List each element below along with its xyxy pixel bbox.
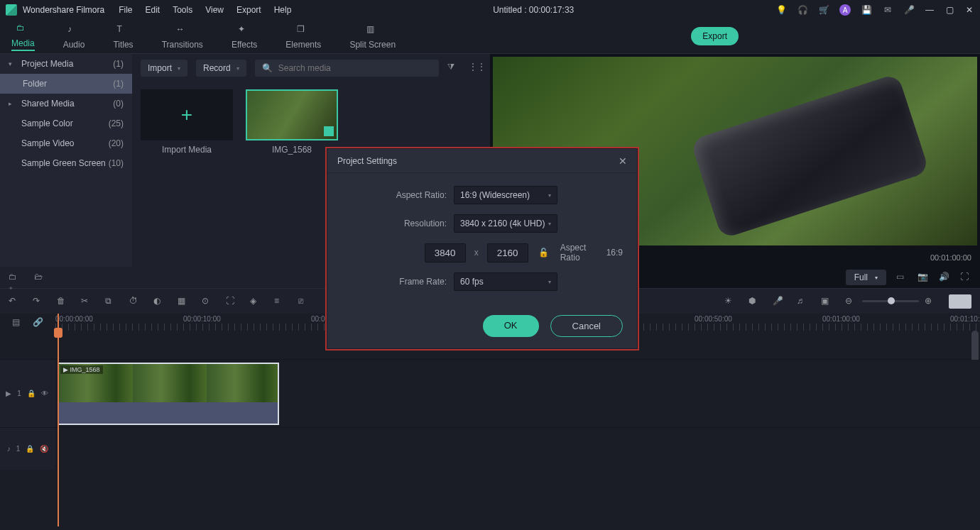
chevron-down-icon: ▾ bbox=[9, 60, 17, 67]
fullscreen-icon[interactable]: ⛶ bbox=[960, 272, 971, 283]
mute-icon[interactable]: 🔇 bbox=[40, 445, 48, 453]
save-icon[interactable]: 💾 bbox=[861, 4, 872, 16]
preview-time-total: 00:01:00:00 bbox=[930, 253, 971, 262]
window-maximize-button[interactable]: ▢ bbox=[944, 5, 954, 15]
zoom-in-icon[interactable]: ⊕ bbox=[925, 296, 936, 307]
filter-icon[interactable]: ⧩ bbox=[447, 62, 460, 74]
sidebar-item-label: Shared Media bbox=[21, 99, 113, 109]
delete-icon[interactable]: 🗑 bbox=[57, 296, 68, 307]
grid-view-icon[interactable]: ⋮⋮ bbox=[469, 62, 481, 74]
menu-view[interactable]: View bbox=[205, 5, 224, 15]
green-screen-icon[interactable]: ▦ bbox=[178, 296, 189, 307]
window-close-button[interactable]: ✕ bbox=[964, 5, 974, 15]
record-dropdown[interactable]: Record ▾ bbox=[196, 60, 246, 77]
keyframe-icon[interactable]: ◈ bbox=[250, 296, 261, 307]
document-title: Untitled : 00:00:17:33 bbox=[291, 5, 775, 15]
audio-track-head[interactable]: ♪ 1 🔒 🔇 bbox=[0, 428, 55, 470]
headphones-icon[interactable]: 🎧 bbox=[797, 4, 808, 16]
color-icon[interactable]: ◐ bbox=[153, 296, 165, 307]
snapshot-icon[interactable]: 📷 bbox=[918, 272, 929, 283]
import-dropdown-label: Import bbox=[148, 63, 172, 73]
eye-icon[interactable]: 👁 bbox=[41, 390, 50, 398]
tab-audio[interactable]: ♪ Audio bbox=[59, 21, 89, 53]
ok-button[interactable]: OK bbox=[483, 315, 539, 337]
video-track-head[interactable]: ▶ 1 🔒 👁 bbox=[0, 360, 55, 427]
audio-mix-icon[interactable]: ⎚ bbox=[298, 296, 310, 307]
sidebar-item-shared-media[interactable]: ▸ Shared Media (0) bbox=[0, 94, 132, 114]
frame-rate-select[interactable]: 60 fps ▾ bbox=[454, 272, 557, 291]
timeline-clip[interactable]: ▶ IMG_1568 bbox=[58, 363, 279, 425]
split-icon: ▥ bbox=[366, 24, 379, 37]
render-icon[interactable]: ▣ bbox=[821, 296, 832, 307]
tab-transitions[interactable]: ↔ Transitions bbox=[158, 21, 207, 53]
tab-audio-label: Audio bbox=[63, 40, 85, 50]
link-icon[interactable]: 🔗 bbox=[33, 317, 43, 327]
lightbulb-icon[interactable]: 💡 bbox=[775, 4, 787, 16]
window-minimize-button[interactable]: — bbox=[925, 5, 935, 15]
search-input[interactable] bbox=[278, 63, 432, 73]
tab-effects[interactable]: ✦ Effects bbox=[227, 21, 261, 53]
chevron-down-icon: ▾ bbox=[548, 279, 551, 285]
audio-sync-icon[interactable]: ♬ bbox=[797, 296, 808, 307]
aspect-ratio-select[interactable]: 16:9 (Widescreen) ▾ bbox=[454, 186, 557, 204]
tab-split-screen-label: Split Screen bbox=[349, 40, 396, 50]
resolution-value: 3840 x 2160 (4k UHD) bbox=[460, 219, 545, 228]
media-tile-video[interactable]: IMG_1568 bbox=[246, 89, 338, 155]
tab-elements[interactable]: ❒ Elements bbox=[281, 21, 325, 53]
effects-icon[interactable]: ☀ bbox=[724, 296, 736, 307]
speed-icon[interactable]: ⏱ bbox=[129, 296, 141, 307]
voiceover-icon[interactable]: 🎤 bbox=[773, 296, 784, 307]
cart-icon[interactable]: 🛒 bbox=[818, 4, 829, 16]
zoom-out-icon[interactable]: ⊖ bbox=[845, 296, 856, 307]
tab-effects-label: Effects bbox=[232, 40, 257, 50]
sidebar-item-sample-color[interactable]: Sample Color (25) bbox=[0, 114, 132, 133]
height-input[interactable] bbox=[487, 243, 528, 263]
view-mode-toggle[interactable] bbox=[949, 294, 971, 309]
cancel-button[interactable]: Cancel bbox=[550, 315, 623, 337]
message-icon[interactable]: ✉ bbox=[882, 4, 893, 16]
tab-titles[interactable]: T Titles bbox=[109, 21, 137, 53]
account-avatar[interactable]: A bbox=[839, 4, 851, 16]
sidebar-item-folder[interactable]: Folder (1) bbox=[0, 74, 132, 94]
export-button[interactable]: Export bbox=[691, 27, 739, 45]
resolution-select[interactable]: 3840 x 2160 (4k UHD) ▾ bbox=[454, 214, 557, 233]
redo-icon[interactable]: ↷ bbox=[33, 296, 44, 307]
lock-aspect-icon[interactable]: 🔓 bbox=[538, 248, 549, 258]
tab-split-screen[interactable]: ▥ Split Screen bbox=[345, 21, 400, 53]
menu-export[interactable]: Export bbox=[236, 5, 261, 15]
aspect-ratio-label: Aspect Ratio: bbox=[342, 190, 447, 200]
menu-tools[interactable]: Tools bbox=[173, 5, 192, 15]
expand-icon[interactable]: ⛶ bbox=[226, 296, 237, 307]
preview-quality-dropdown[interactable]: Full ▾ bbox=[846, 270, 886, 285]
tab-media[interactable]: 🗀 Media bbox=[7, 20, 39, 54]
lock-icon[interactable]: 🔒 bbox=[26, 445, 34, 453]
marker-icon[interactable]: ⬢ bbox=[748, 296, 760, 307]
volume-icon[interactable]: 🔊 bbox=[939, 272, 950, 283]
undo-icon[interactable]: ↶ bbox=[9, 296, 20, 307]
playhead[interactable] bbox=[58, 314, 59, 526]
adjust-icon[interactable]: ≡ bbox=[274, 296, 285, 307]
screen-icon[interactable]: ▭ bbox=[896, 272, 908, 283]
folder-open-icon[interactable]: 🗁 bbox=[34, 272, 45, 283]
crop-icon[interactable]: ⧉ bbox=[105, 296, 116, 307]
cut-icon[interactable]: ✂ bbox=[81, 296, 92, 307]
mic-icon[interactable]: 🎤 bbox=[903, 4, 915, 16]
width-input[interactable] bbox=[425, 243, 466, 263]
import-dropdown[interactable]: Import ▾ bbox=[141, 60, 187, 77]
sidebar-item-sample-green-screen[interactable]: Sample Green Screen (10) bbox=[0, 153, 132, 173]
menu-file[interactable]: File bbox=[119, 5, 132, 15]
track-manager-icon[interactable]: ▤ bbox=[12, 317, 20, 327]
new-folder-icon[interactable]: 🗀₊ bbox=[9, 272, 20, 283]
sidebar-item-sample-video[interactable]: Sample Video (20) bbox=[0, 133, 132, 153]
dialog-close-button[interactable]: ✕ bbox=[619, 155, 627, 167]
import-media-tile[interactable]: + Import Media bbox=[141, 89, 233, 155]
zoom-slider[interactable] bbox=[862, 300, 919, 302]
lock-icon[interactable]: 🔒 bbox=[27, 390, 36, 398]
search-media-field[interactable]: 🔍 bbox=[255, 60, 439, 77]
menu-edit[interactable]: Edit bbox=[146, 5, 160, 15]
zoom-control: ⊖ ⊕ bbox=[845, 296, 936, 307]
record-dropdown-label: Record bbox=[203, 63, 231, 73]
sidebar-item-project-media[interactable]: ▾ Project Media (1) bbox=[0, 54, 132, 74]
duration-icon[interactable]: ⊙ bbox=[202, 296, 213, 307]
menu-help[interactable]: Help bbox=[274, 5, 292, 15]
